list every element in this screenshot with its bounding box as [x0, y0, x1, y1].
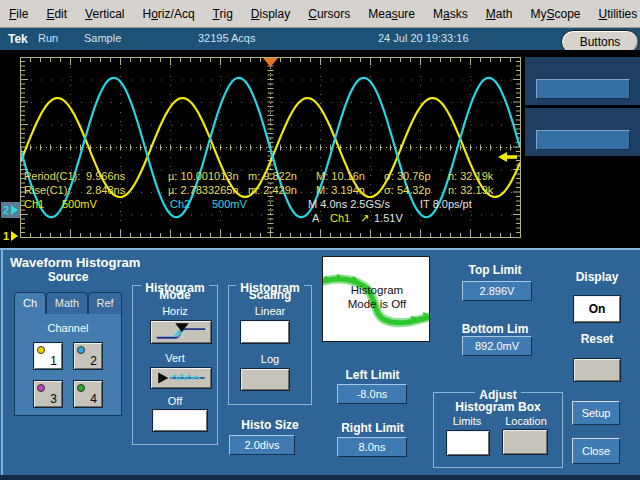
left-limit-label: Left Limit [330, 368, 415, 382]
right-limit-label: Right Limit [330, 421, 415, 435]
menu-item-horizacq[interactable]: Horiz/Acq [134, 3, 204, 25]
source-tab-box: ChMathRef 1234 [14, 292, 122, 416]
adjust-location-button[interactable] [502, 429, 548, 455]
display-on-button[interactable]: On [573, 295, 621, 323]
histo-size-value[interactable]: 2.0divs [229, 435, 295, 455]
trigger-level: 1.51V [374, 212, 403, 224]
measurement-max: M: 3.194n [316, 184, 365, 196]
trigger-type: A [312, 212, 319, 224]
channel-color-dot-icon [37, 384, 45, 392]
tab-math[interactable]: Math [46, 292, 88, 314]
top-limit-value[interactable]: 2.896V [462, 281, 532, 301]
menu-item-trig[interactable]: Trig [204, 3, 242, 25]
close-button[interactable]: Close [572, 438, 620, 464]
menu-item-cursors[interactable]: Cursors [299, 3, 359, 25]
mode-off-label: Off [132, 395, 218, 407]
channel-number: 1 [50, 354, 57, 368]
menu-item-math[interactable]: Math [477, 3, 522, 25]
preview-text-line2: Mode is Off [323, 297, 431, 311]
trigger-position-icon[interactable] [263, 58, 278, 67]
channel-3-button[interactable]: 3 [33, 380, 63, 408]
acquisition-count: 32195 Acqs [198, 32, 256, 44]
acquisition-mode: Sample [84, 32, 121, 44]
side-panel-upper [525, 57, 640, 105]
measurement-count: n: 32.19k [448, 170, 493, 182]
histo-size-label: Histo Size [224, 418, 316, 432]
menu-item-edit[interactable]: Edit [37, 3, 76, 25]
tab-ref[interactable]: Ref [88, 292, 122, 314]
ch1-ground-marker[interactable]: 1 [3, 228, 18, 244]
channel-1-button[interactable]: 1 [33, 342, 63, 370]
waveform-histogram-panel: Waveform Histogram Source ChMathRef 1234… [0, 248, 640, 480]
ch2-label: Ch2 [170, 198, 190, 210]
menu-bar: FileEditVerticalHoriz/AcqTrigDisplayCurs… [0, 0, 640, 28]
run-state: Run [38, 32, 58, 44]
trigger-source: Ch1 [330, 212, 350, 224]
channel-number: 3 [50, 392, 57, 406]
adjust-limits-button[interactable] [446, 430, 490, 456]
measurement-stddev: σ: 54.32p [384, 184, 431, 196]
interpolation-readout: IT 8.0ps/pt [420, 198, 472, 210]
menu-item-measure[interactable]: Measure [359, 3, 424, 25]
channel-readout-row: Ch1 500mV Ch2 500mV M 4.0ns 2.5GS/s IT 8… [0, 198, 640, 211]
channel-4-button[interactable]: 4 [73, 380, 103, 408]
mode-group-title: Mode [132, 288, 218, 302]
channel-number: 2 [90, 354, 97, 368]
source-tabs: ChMathRef [14, 292, 122, 314]
waveform-display: Period(C1):9.966nsµ: 10.001013nm: 9.822n… [0, 50, 640, 248]
scaling-linear-button[interactable] [240, 320, 290, 344]
side-button-upper[interactable] [536, 79, 630, 99]
oscilloscope-screen: FileEditVerticalHoriz/AcqTrigDisplayCurs… [0, 0, 640, 480]
channel-color-dot-icon [77, 384, 85, 392]
tab-ch[interactable]: Ch [14, 292, 46, 314]
right-limit-value[interactable]: 8.0ns [337, 437, 407, 457]
datetime: 24 Jul 20 19:33:16 [378, 32, 469, 44]
scaling-group-title: Scaling [228, 288, 312, 302]
measurement-value: 2.848ns [86, 184, 125, 196]
channel-color-dot-icon [77, 346, 85, 354]
scaling-log-button[interactable] [240, 368, 290, 391]
left-limit-value[interactable]: -8.0ns [337, 384, 407, 404]
display-label: Display [566, 270, 628, 284]
measurement-count: n: 32.19k [448, 184, 493, 196]
limits-label: Limits [438, 415, 496, 427]
bottom-limit-value[interactable]: 892.0mV [462, 336, 532, 356]
menu-item-myscope[interactable]: MyScope [521, 3, 589, 25]
mode-horiz-button[interactable] [150, 320, 212, 344]
measurement-min: m: 9.822n [248, 170, 297, 182]
trigger-level-arrow-icon[interactable] [498, 152, 517, 162]
mode-horiz-label: Horiz [132, 305, 218, 317]
ch2-scale: 500mV [212, 198, 247, 210]
preview-text-line1: Histogram [323, 283, 431, 297]
channel-label: Channel [14, 322, 122, 334]
bottom-limit-label: Bottom Lim [440, 322, 550, 336]
measurement-value: 9.966ns [86, 170, 125, 182]
ch1-scale: 500mV [62, 198, 97, 210]
menu-item-utilities[interactable]: Utilities [590, 3, 640, 25]
setup-button[interactable]: Setup [572, 401, 620, 425]
horiz-histogram-icon [151, 321, 211, 343]
menu-item-file[interactable]: File [0, 3, 37, 25]
measurement-min: m: 2.429n [248, 184, 297, 196]
location-label: Location [497, 415, 555, 427]
menu-item-vertical[interactable]: Vertical [76, 3, 133, 25]
menu-item-display[interactable]: Display [242, 3, 299, 25]
source-label: Source [14, 270, 122, 284]
mode-vert-label: Vert [132, 352, 218, 364]
panel-title: Waveform Histogram [10, 255, 140, 270]
menu-item-masks[interactable]: Masks [424, 3, 477, 25]
measurement-mean: µ: 2.7833265n [168, 184, 239, 196]
side-button-lower[interactable] [536, 130, 630, 150]
ch2-ground-marker[interactable]: 2 [1, 202, 20, 218]
mode-off-button[interactable] [152, 409, 208, 432]
mode-vert-button[interactable] [150, 367, 212, 389]
channel-2-button[interactable]: 2 [73, 342, 103, 370]
measurement-row-rise: Rise(C1):2.848nsµ: 2.7833265nm: 2.429nM:… [0, 184, 640, 197]
arrow-right-icon [11, 205, 18, 215]
histogram-preview-box: Histogram Mode is Off [322, 256, 430, 342]
measurement-row-period: Period(C1):9.966nsµ: 10.001013nm: 9.822n… [0, 170, 640, 183]
side-panel-lower [525, 108, 640, 156]
measurement-max: M: 10.16n [316, 170, 365, 182]
vert-histogram-icon [151, 368, 211, 388]
reset-button[interactable] [573, 358, 621, 382]
